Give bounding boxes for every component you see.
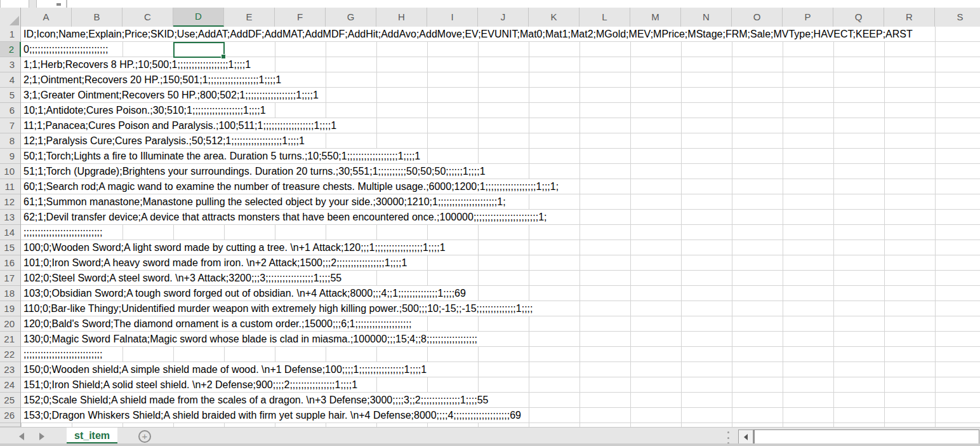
row-11[interactable]: 60;1;Search rod;A magic wand to examine … bbox=[21, 179, 980, 194]
cell-A23[interactable]: 150;0;Wooden shield;A simple shield made… bbox=[21, 362, 428, 377]
row-header-13[interactable]: 13 bbox=[0, 210, 20, 225]
column-header-F[interactable]: F bbox=[275, 8, 326, 27]
row-header-26[interactable]: 26 bbox=[0, 408, 20, 423]
row-header-15[interactable]: 15 bbox=[0, 240, 20, 255]
active-cell-selection[interactable] bbox=[173, 42, 225, 58]
column-header-R[interactable]: R bbox=[884, 8, 935, 27]
row-22[interactable]: ;;;;;;;;;;;;;;;;;;;;;;;;;;;; bbox=[21, 347, 980, 362]
row-18[interactable]: 103;0;Obsidian Sword;A tough sword forge… bbox=[21, 286, 980, 301]
row-header-10[interactable]: 10 bbox=[0, 164, 20, 179]
row-header-17[interactable]: 17 bbox=[0, 271, 20, 286]
row-header-20[interactable]: 20 bbox=[0, 316, 20, 332]
cell-A3[interactable]: 1;1;Herb;Recovers 8 HP.;10;500;1;;;;;;;;… bbox=[21, 57, 253, 72]
row-header-25[interactable]: 25 bbox=[0, 393, 20, 408]
tab-scroll-left-icon[interactable] bbox=[19, 433, 24, 440]
cell-A12[interactable]: 61;1;Summon manastone;Manastone pulling … bbox=[21, 194, 508, 209]
row-header-14[interactable]: 14 bbox=[0, 225, 20, 240]
cell-A1[interactable]: ID;Icon;Name;Explain;Price;SKID;Use;AddA… bbox=[21, 27, 915, 41]
row-8[interactable]: 12;1;Paralysis Cure;Cures Paralysis.;50;… bbox=[21, 133, 980, 149]
row-17[interactable]: 102;0;Steel Sword;A steel sword. \n+3 At… bbox=[21, 271, 980, 286]
cell-A15[interactable]: 100;0;Wooden Sword;A light sword made by… bbox=[21, 240, 447, 255]
row-5[interactable]: 3;1;Greater Ointment;Recovers 50 HP.;800… bbox=[21, 88, 980, 103]
cell-A8[interactable]: 12;1;Paralysis Cure;Cures Paralysis.;50;… bbox=[21, 133, 307, 148]
cell-A21[interactable]: 130;0;Magic Sword Falnata;Magic sword wh… bbox=[21, 332, 479, 346]
row-header-16[interactable]: 16 bbox=[0, 255, 20, 271]
row-19[interactable]: 110;0;Bar-like Thingy;Unidentified murde… bbox=[21, 301, 980, 316]
column-header-J[interactable]: J bbox=[478, 8, 529, 27]
fill-handle[interactable] bbox=[221, 54, 226, 59]
row-13[interactable]: 62;1;Devil transfer device;A device that… bbox=[21, 210, 980, 225]
column-header-Q[interactable]: Q bbox=[833, 8, 884, 27]
row-1[interactable]: ID;Icon;Name;Explain;Price;SKID;Use;AddA… bbox=[21, 27, 980, 42]
cell-A6[interactable]: 10;1;Antidote;Cures Poison.;30;510;1;;;;… bbox=[21, 103, 268, 118]
column-header-N[interactable]: N bbox=[681, 8, 732, 27]
column-header-K[interactable]: K bbox=[529, 8, 579, 27]
column-header-A[interactable]: A bbox=[21, 8, 72, 27]
row-2[interactable]: 0;;;;;;;;;;;;;;;;;;;;;;;;;;;; bbox=[21, 42, 980, 57]
column-header-D[interactable]: D bbox=[173, 8, 224, 27]
hscroll-left-button[interactable] bbox=[738, 429, 753, 445]
hscroll-thumb[interactable] bbox=[753, 429, 979, 445]
row-12[interactable]: 61;1;Summon manastone;Manastone pulling … bbox=[21, 194, 980, 210]
cell-A13[interactable]: 62;1;Devil transfer device;A device that… bbox=[21, 210, 548, 224]
tab-scroll-right-icon[interactable] bbox=[39, 433, 44, 440]
sheet-tab-st-item[interactable]: st_item bbox=[67, 428, 117, 444]
column-header-E[interactable]: E bbox=[224, 8, 275, 27]
row-23[interactable]: 150;0;Wooden shield;A simple shield made… bbox=[21, 362, 980, 377]
cell-A2[interactable]: 0;;;;;;;;;;;;;;;;;;;;;;;;;;;; bbox=[21, 42, 110, 57]
row-header-19[interactable]: 19 bbox=[0, 301, 20, 316]
cell-A5[interactable]: 3;1;Greater Ointment;Recovers 50 HP.;800… bbox=[21, 88, 321, 102]
column-header-S[interactable]: S bbox=[935, 8, 980, 27]
cell-A19[interactable]: 110;0;Bar-like Thingy;Unidentified murde… bbox=[21, 301, 534, 316]
cell-A7[interactable]: 11;1;Panacea;Cures Poison and Paralysis.… bbox=[21, 118, 338, 133]
row-header-4[interactable]: 4 bbox=[0, 72, 20, 88]
cell-A18[interactable]: 103;0;Obsidian Sword;A tough sword forge… bbox=[21, 286, 468, 301]
row-26[interactable]: 153;0;Dragon Whiskers Shield;A shield br… bbox=[21, 408, 980, 423]
cell-area[interactable]: ID;Icon;Name;Explain;Price;SKID;Use;AddA… bbox=[21, 27, 980, 427]
row-20[interactable]: 120;0;Bald's Sword;The diamond ornament … bbox=[21, 316, 980, 332]
column-header-C[interactable]: C bbox=[122, 8, 173, 27]
add-sheet-button[interactable]: + bbox=[138, 430, 151, 443]
column-header-P[interactable]: P bbox=[783, 8, 833, 27]
row-24[interactable]: 151;0;Iron Shield;A solid steel shield. … bbox=[21, 377, 980, 393]
cell-A4[interactable]: 2;1;Ointment;Recovers 20 HP.;150;501;1;;… bbox=[21, 72, 283, 87]
row-header-3[interactable]: 3 bbox=[0, 57, 20, 72]
column-header-L[interactable]: L bbox=[579, 8, 630, 27]
row-header-7[interactable]: 7 bbox=[0, 118, 20, 133]
cell-A24[interactable]: 151;0;Iron Shield;A solid steel shield. … bbox=[21, 377, 359, 392]
row-header-11[interactable]: 11 bbox=[0, 179, 20, 194]
column-header-M[interactable]: M bbox=[630, 8, 681, 27]
column-header-G[interactable]: G bbox=[326, 8, 376, 27]
row-header-21[interactable]: 21 bbox=[0, 332, 20, 347]
row-header-2[interactable]: 2 bbox=[0, 42, 21, 57]
row-header-24[interactable]: 24 bbox=[0, 377, 20, 393]
tabbar-splitter-handle[interactable] bbox=[727, 431, 730, 444]
row-6[interactable]: 10;1;Antidote;Cures Poison.;30;510;1;;;;… bbox=[21, 103, 980, 118]
cell-A14[interactable]: ;;;;;;;;;;;;;;;;;;;;;;;;;;;; bbox=[21, 225, 104, 240]
row-14[interactable]: ;;;;;;;;;;;;;;;;;;;;;;;;;;;; bbox=[21, 225, 980, 240]
select-all-button[interactable] bbox=[0, 8, 21, 27]
row-9[interactable]: 50;1;Torch;Lights a fire to Illuminate t… bbox=[21, 149, 980, 164]
horizontal-scrollbar[interactable] bbox=[738, 429, 979, 445]
row-header-12[interactable]: 12 bbox=[0, 194, 20, 210]
row-7[interactable]: 11;1;Panacea;Cures Poison and Paralysis.… bbox=[21, 118, 980, 133]
column-header-H[interactable]: H bbox=[376, 8, 427, 27]
row-header-18[interactable]: 18 bbox=[0, 286, 20, 301]
row-10[interactable]: 51;1;Torch (Upgrade);Brightens your surr… bbox=[21, 164, 980, 179]
row-header-22[interactable]: 22 bbox=[0, 347, 20, 362]
cell-A17[interactable]: 102;0;Steel Sword;A steel sword. \n+3 At… bbox=[21, 271, 343, 285]
column-header-O[interactable]: O bbox=[732, 8, 783, 27]
cell-A16[interactable]: 101;0;Iron Sword;A heavy sword made from… bbox=[21, 255, 409, 270]
cell-A9[interactable]: 50;1;Torch;Lights a fire to Illuminate t… bbox=[21, 149, 422, 163]
cell-A11[interactable]: 60;1;Search rod;A magic wand to examine … bbox=[21, 179, 560, 194]
row-25[interactable]: 152;0;Scale Shield;A shield made from th… bbox=[21, 393, 980, 408]
row-header-1[interactable]: 1 bbox=[0, 27, 20, 42]
row-21[interactable]: 130;0;Magic Sword Falnata;Magic sword wh… bbox=[21, 332, 980, 347]
column-header-B[interactable]: B bbox=[72, 8, 122, 27]
row-header-6[interactable]: 6 bbox=[0, 103, 20, 118]
row-header-5[interactable]: 5 bbox=[0, 88, 20, 103]
cell-A25[interactable]: 152;0;Scale Shield;A shield made from th… bbox=[21, 393, 490, 407]
row-header-23[interactable]: 23 bbox=[0, 362, 20, 377]
column-header-I[interactable]: I bbox=[427, 8, 478, 27]
row-header-8[interactable]: 8 bbox=[0, 133, 20, 149]
